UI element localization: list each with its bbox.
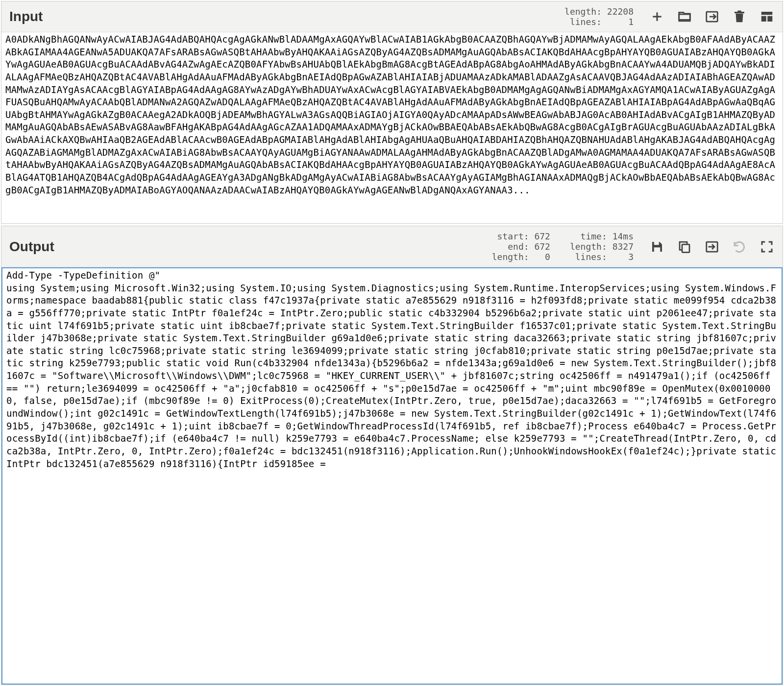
output-panel: Output start: 672 end: 672 length: 0 tim… [1,226,783,685]
svg-rect-10 [654,247,661,252]
output-content[interactable]: Add-Type -TypeDefinition @" using System… [1,267,783,685]
output-time-label: time: [581,231,607,241]
output-toolbar [649,239,775,255]
save-icon[interactable] [649,239,665,255]
export-icon[interactable] [704,239,720,255]
input-header: Input length: 22208 lines: 1 [1,1,783,32]
input-lines-label: lines: [570,17,602,27]
input-panel: Input length: 22208 lines: 1 [1,1,783,224]
clear-icon[interactable] [732,9,747,24]
add-icon[interactable] [649,9,665,24]
output-end-value: 672 [534,241,550,252]
output-title: Output [9,239,54,255]
input-title: Input [9,9,43,24]
output-lines-label: lines: [575,252,607,262]
open-folder-icon[interactable] [677,9,692,24]
input-length-label: length: [564,6,602,17]
svg-rect-6 [761,12,773,15]
output-end-label: end: [508,241,529,252]
output-length-label: length: [570,241,607,252]
output-length-value: 8327 [612,241,634,252]
input-lines-value: 1 [628,17,634,27]
output-sel-length-label: length: [492,252,529,262]
output-start-value: 672 [534,231,550,241]
import-icon[interactable] [704,9,720,24]
svg-rect-11 [682,244,689,252]
layout-icon[interactable] [759,9,775,24]
input-content[interactable]: A0ADkANgBhAGQANwAyACwAIABJAG4AdABQAHQAcg… [1,32,783,223]
output-stats: start: 672 end: 672 length: 0 time: 14ms… [492,231,634,262]
svg-rect-5 [737,11,741,12]
undo-icon[interactable] [732,239,747,255]
output-time-value: 14ms [612,231,634,241]
copy-icon[interactable] [677,239,692,255]
input-toolbar [649,9,775,24]
input-stats: length: 22208 lines: 1 [564,6,634,27]
output-start-label: start: [497,231,529,241]
input-length-value: 22208 [607,6,634,17]
svg-rect-7 [761,16,766,22]
output-header: Output start: 672 end: 672 length: 0 tim… [1,226,783,267]
svg-rect-8 [767,16,772,22]
output-sel-length-value: 0 [545,252,550,262]
output-lines-value: 3 [628,252,634,262]
fullscreen-icon[interactable] [759,239,775,255]
svg-rect-9 [654,242,659,245]
